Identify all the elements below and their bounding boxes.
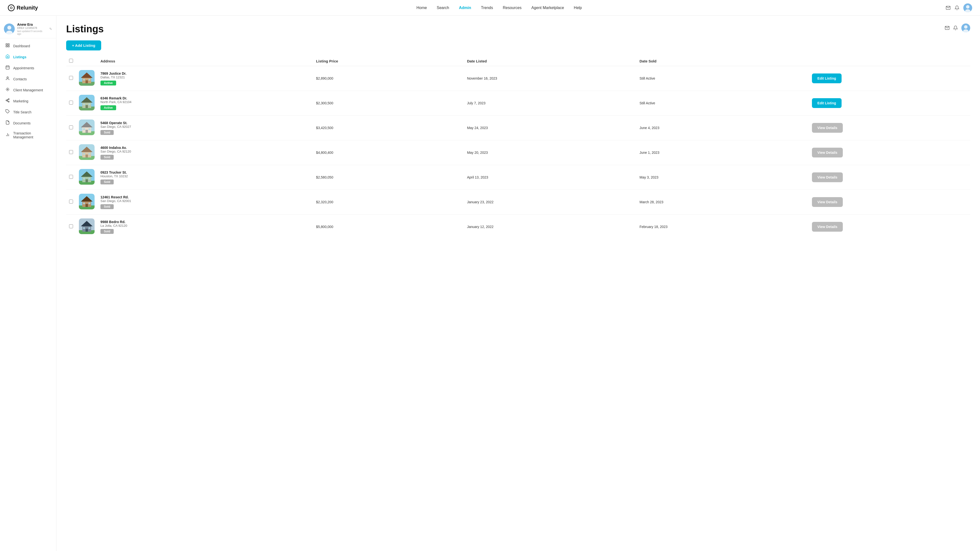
row-checkbox-1[interactable] <box>69 101 73 105</box>
client-management-icon <box>5 87 10 93</box>
row-checkbox-4[interactable] <box>69 175 73 179</box>
property-image-2 <box>79 119 95 135</box>
svg-rect-30 <box>83 79 85 81</box>
sidebar-label-appointments: Appointments <box>13 66 34 70</box>
add-listing-button[interactable]: + Add Listing <box>66 40 101 51</box>
sidebar-item-transaction-management[interactable]: Transaction Management <box>0 129 56 142</box>
appointments-icon <box>5 65 10 71</box>
sidebar-item-dashboard[interactable]: Dashboard <box>0 40 56 51</box>
nav-search[interactable]: Search <box>437 5 449 11</box>
col-date-listed: Date Listed <box>464 56 636 66</box>
table-row: 9988 Bedro Rd. La Jolla, CA 92120 Sold $… <box>66 214 970 239</box>
price-cell-0: $2,890,000 <box>313 66 464 91</box>
address-cell-0: 7869 Justice Dr. Dallas, TX 12321 Active <box>97 66 313 91</box>
nav-resources[interactable]: Resources <box>503 5 521 11</box>
nav-home[interactable]: Home <box>417 5 427 11</box>
sidebar-label-listings: Listings <box>13 55 27 59</box>
date-sold-cell-5: March 28, 2023 <box>636 190 809 214</box>
row-checkbox-3[interactable] <box>69 150 73 154</box>
property-image-1 <box>79 95 95 110</box>
user-updated: last updated 9 seconds ago <box>17 30 47 35</box>
page-title: Listings <box>66 24 103 35</box>
svg-rect-38 <box>88 103 91 105</box>
sidebar-item-marketing[interactable]: Marketing <box>0 95 56 106</box>
content-area: Listings + Add Listing Address Listing P… <box>56 16 980 551</box>
date-sold-cell-3: June 1, 2023 <box>636 140 809 165</box>
svg-rect-57 <box>86 179 88 182</box>
select-all-checkbox[interactable] <box>69 59 73 63</box>
svg-rect-45 <box>88 128 91 130</box>
sidebar-label-marketing: Marketing <box>13 99 28 103</box>
view-details-button-6[interactable]: View Details <box>812 222 843 232</box>
svg-rect-71 <box>86 229 88 232</box>
svg-rect-37 <box>83 103 85 105</box>
header-bell-icon[interactable] <box>953 25 958 30</box>
sidebar-item-contacts[interactable]: Contacts <box>0 73 56 84</box>
row-checkbox-6[interactable] <box>69 224 73 228</box>
user-info: Anew Era DRE# 12345678 last updated 9 se… <box>17 22 47 35</box>
row-checkbox-2[interactable] <box>69 125 73 129</box>
nav-trends[interactable]: Trends <box>481 5 493 11</box>
view-details-button-3[interactable]: View Details <box>812 148 843 157</box>
page-header: Listings <box>66 24 970 35</box>
property-image-6 <box>79 218 95 234</box>
user-avatar-nav[interactable] <box>963 3 972 12</box>
svg-rect-58 <box>83 178 85 179</box>
svg-rect-29 <box>86 80 88 83</box>
edit-listing-button-0[interactable]: Edit Listing <box>812 73 841 83</box>
view-details-button-5[interactable]: View Details <box>812 197 843 207</box>
status-badge-1: Active <box>100 105 116 110</box>
row-checkbox-0[interactable] <box>69 76 73 80</box>
mail-icon[interactable] <box>946 5 951 10</box>
sidebar-item-documents[interactable]: Documents <box>0 118 56 129</box>
svg-rect-72 <box>83 227 85 229</box>
svg-rect-66 <box>88 203 91 204</box>
header-mail-icon[interactable] <box>945 25 950 30</box>
action-cell-6: View Details <box>809 214 970 239</box>
price-cell-3: $4,800,400 <box>313 140 464 165</box>
status-badge-0: Active <box>100 81 116 86</box>
address-cell-2: 5468 Operate St. San Diego, CA 92027 Sol… <box>97 116 313 140</box>
status-badge-4: Sold <box>100 179 114 184</box>
header-avatar[interactable] <box>961 24 970 32</box>
table-row: 5468 Operate St. San Diego, CA 92027 Sol… <box>66 116 970 140</box>
sidebar-item-client-management[interactable]: Client Management <box>0 84 56 95</box>
user-edit-icon[interactable]: ✎ <box>49 27 52 31</box>
top-nav: Relunity Home Search Admin Trends Resour… <box>0 0 980 16</box>
sidebar-item-title-search[interactable]: Title Search <box>0 106 56 118</box>
nav-admin[interactable]: Admin <box>459 5 471 11</box>
logo[interactable]: Relunity <box>8 5 38 11</box>
marketing-icon <box>5 98 10 104</box>
edit-listing-button-1[interactable]: Edit Listing <box>812 98 841 108</box>
svg-rect-73 <box>88 227 91 229</box>
action-cell-4: View Details <box>809 165 970 190</box>
sidebar-item-appointments[interactable]: Appointments <box>0 62 56 73</box>
documents-icon <box>5 120 10 126</box>
action-cell-5: View Details <box>809 190 970 214</box>
nav-agent-marketplace[interactable]: Agent Marketplace <box>531 5 564 11</box>
transaction-management-icon <box>5 132 10 138</box>
col-date-sold: Date Sold <box>636 56 809 66</box>
nav-help[interactable]: Help <box>574 5 582 11</box>
main-layout: Anew Era DRE# 12345678 last updated 9 se… <box>0 16 980 551</box>
svg-rect-65 <box>83 203 85 204</box>
price-cell-2: $3,420,500 <box>313 116 464 140</box>
dashboard-icon <box>5 43 10 49</box>
status-badge-3: Sold <box>100 155 114 160</box>
logo-text: Relunity <box>17 5 38 11</box>
nav-links: Home Search Admin Trends Resources Agent… <box>52 5 946 11</box>
col-price: Listing Price <box>313 56 464 66</box>
address-cell-5: 12461 Resect Rd. San Diego, CA 92001 Sol… <box>97 190 313 214</box>
svg-rect-36 <box>86 105 88 108</box>
listings-table: Address Listing Price Date Listed Date S… <box>66 56 970 239</box>
svg-rect-8 <box>8 44 9 45</box>
col-address: Address <box>97 56 313 66</box>
svg-point-15 <box>7 77 8 78</box>
bell-icon[interactable] <box>955 5 959 10</box>
view-details-button-4[interactable]: View Details <box>812 172 843 182</box>
sidebar-item-listings[interactable]: Listings <box>0 51 56 62</box>
row-checkbox-5[interactable] <box>69 200 73 203</box>
date-listed-cell-0: November 16, 2023 <box>464 66 636 91</box>
action-cell-2: View Details <box>809 116 970 140</box>
view-details-button-2[interactable]: View Details <box>812 123 843 133</box>
